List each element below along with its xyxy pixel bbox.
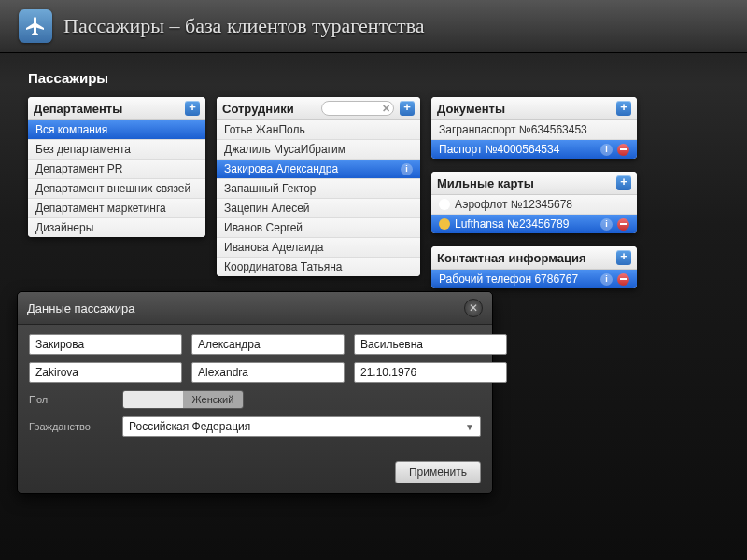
add-employee-button[interactable]: + — [400, 101, 415, 116]
add-miles-button[interactable]: + — [616, 175, 631, 190]
info-icon[interactable]: i — [600, 144, 613, 156]
employee-item[interactable]: Закирова Александраi — [217, 160, 420, 179]
add-document-button[interactable]: + — [616, 101, 631, 116]
department-item[interactable]: Вся компания — [28, 120, 205, 140]
documents-list: Загранпаспорт №634563453 Паспорт №400056… — [431, 120, 637, 159]
department-item[interactable]: Департамент внешних связей — [28, 179, 205, 199]
airline-logo-icon — [439, 199, 450, 210]
departments-title: Департаменты — [34, 102, 179, 116]
contacts-list: Рабочий телефон 6786767 i — [431, 270, 637, 288]
miles-list: Аэрофлот №12345678 Lufthansa №23456789 i — [431, 195, 637, 233]
name-en-field[interactable] — [191, 362, 345, 383]
gender-toggle[interactable]: Женский — [122, 390, 244, 409]
info-icon[interactable]: i — [600, 218, 613, 231]
info-icon[interactable]: i — [401, 163, 413, 175]
department-item[interactable]: Департамент PR — [28, 160, 205, 179]
modal-title: Данные пассажира — [27, 301, 464, 315]
patronymic-ru-field[interactable] — [354, 334, 507, 355]
document-item[interactable]: Загранпаспорт №634563453 — [431, 120, 637, 140]
employee-item[interactable]: Иванов Сергей — [217, 218, 420, 238]
department-item[interactable]: Без департамента — [28, 140, 205, 160]
add-department-button[interactable]: + — [185, 101, 200, 116]
passenger-modal: Данные пассажира ✕ Пол Женский Гражданст… — [17, 291, 493, 494]
contacts-title: Контактная информация — [437, 251, 611, 265]
employee-item[interactable]: Иванова Аделаида — [217, 238, 420, 258]
contact-item[interactable]: Рабочий телефон 6786767 i — [431, 270, 637, 288]
section-title: Пассажиры — [28, 70, 719, 86]
clear-search-icon[interactable]: ✕ — [382, 103, 390, 115]
miles-item[interactable]: Lufthansa №23456789 i — [431, 215, 637, 233]
airplane-icon — [19, 9, 52, 43]
chevron-down-icon: ▼ — [465, 422, 474, 432]
surname-en-field[interactable] — [29, 362, 182, 383]
delete-icon[interactable] — [617, 273, 629, 286]
employees-title: Сотрудники — [222, 102, 316, 116]
apply-button[interactable]: Применить — [395, 461, 481, 483]
close-icon[interactable]: ✕ — [464, 299, 483, 317]
delete-icon[interactable] — [617, 144, 629, 156]
info-icon[interactable]: i — [600, 273, 613, 286]
contacts-panel: Контактная информация + Рабочий телефон … — [431, 246, 637, 288]
miles-title: Мильные карты — [437, 176, 611, 190]
add-contact-button[interactable]: + — [616, 250, 631, 265]
citizenship-label: Гражданство — [29, 421, 113, 432]
airline-logo-icon — [439, 218, 450, 230]
citizenship-value: Российская Федерация — [129, 420, 250, 433]
miles-panel: Мильные карты + Аэрофлот №12345678 Lufth… — [431, 172, 637, 233]
dob-field[interactable] — [354, 362, 507, 383]
employee-item[interactable]: Запашный Гектор — [217, 179, 420, 199]
documents-title: Документы — [437, 102, 611, 116]
employee-item[interactable]: Готье ЖанПоль — [217, 120, 420, 140]
employees-panel: Сотрудники ✕ + Готье ЖанПоль Джалиль Мус… — [217, 97, 420, 276]
employee-item[interactable]: Джалиль МусаИбрагим — [217, 140, 420, 160]
gender-label: Пол — [29, 394, 113, 405]
documents-panel: Документы + Загранпаспорт №634563453 Пас… — [431, 97, 637, 159]
employee-search-input[interactable] — [326, 104, 382, 114]
page-title: Пассажиры – база клиентов турагентства — [63, 14, 425, 38]
miles-item[interactable]: Аэрофлот №12345678 — [431, 195, 637, 215]
document-item[interactable]: Паспорт №4000564534 i — [431, 140, 637, 159]
delete-icon[interactable] — [617, 218, 629, 231]
gender-option-female[interactable]: Женский — [183, 391, 243, 408]
department-item[interactable]: Департамент маркетинга — [28, 199, 205, 218]
employee-search[interactable]: ✕ — [321, 101, 394, 116]
titlebar: Пассажиры – база клиентов турагентства — [0, 0, 747, 53]
surname-ru-field[interactable] — [29, 334, 182, 355]
employee-item[interactable]: Зацепин Алесей — [217, 199, 420, 218]
gender-option-male[interactable] — [123, 391, 183, 408]
employees-list: Готье ЖанПоль Джалиль МусаИбрагим Закиро… — [217, 120, 420, 276]
name-ru-field[interactable] — [191, 334, 345, 355]
departments-list: Вся компания Без департамента Департамен… — [28, 120, 205, 237]
citizenship-select[interactable]: Российская Федерация ▼ — [122, 416, 481, 437]
departments-panel: Департаменты + Вся компания Без департам… — [28, 97, 205, 237]
employee-item[interactable]: Координатова Татьяна — [217, 258, 420, 276]
department-item[interactable]: Дизайнеры — [28, 218, 205, 237]
